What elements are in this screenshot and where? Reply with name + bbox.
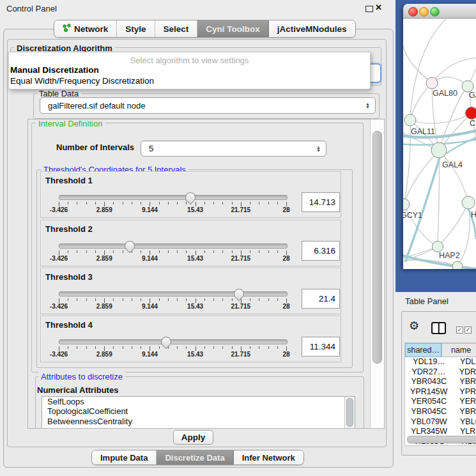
cell-name: YBR0 [452,377,476,387]
threshold-value-field[interactable]: 21.4 [302,289,340,309]
slider-tick [277,346,278,349]
number-of-intervals-combobox[interactable]: 5 ▲▼ [141,141,326,157]
network-edge[interactable] [404,120,410,204]
zoom-window-icon[interactable] [430,7,440,17]
slider-tick [250,346,250,349]
network-edge[interactable] [403,45,432,83]
threshold-label: Threshold 1 [45,176,93,185]
threshold-value-field[interactable]: 11.344 [302,337,340,357]
node-attribute-table[interactable]: shared…name YDL19…YDL1YDR27…YDR2YBR043CY… [404,342,476,446]
tab-infer-network[interactable]: Infer Network [234,450,303,464]
tab-select[interactable]: Select [155,20,198,37]
network-node[interactable] [404,114,416,126]
threshold-slider-track[interactable] [59,339,288,344]
tab-jactivemnodules[interactable]: jActiveMNodules [269,20,355,37]
cell-shared-name: YBR045C [405,407,452,417]
minimize-window-icon[interactable] [419,7,429,17]
threshold-slider-track[interactable] [59,195,288,200]
network-edge[interactable] [410,113,472,123]
algorithm-option[interactable]: Manual Discretization [10,65,99,75]
settings-scrollbar-thumb[interactable] [372,131,382,364]
table-row[interactable]: YPR145WYPR1 [405,387,476,397]
slider-tick [196,250,196,255]
table-data-combobox[interactable]: galFiltered.sif default node ▲▼ [40,97,376,114]
cell-shared-name: YER054C [405,397,452,407]
slider-tick [68,298,68,301]
slider-tick [68,346,68,349]
slider-tick [141,346,141,349]
tab-discretize-data[interactable]: Discretize Data [157,450,233,464]
slider-tick [222,298,223,301]
threshold-panel: Threshold 3-3.4262.8599.14415.4321.71528… [40,268,341,314]
tab-network[interactable]: Network [54,20,117,37]
slider-tick [95,346,96,349]
settings-scrollbar[interactable] [370,119,384,428]
algorithm-placeholder: Select algorithm to view settings [9,56,370,65]
network-edge[interactable] [447,137,476,153]
unselect-all-checkbox-icon[interactable]: ✓ [464,326,472,334]
network-node-label: GAL4 [442,160,463,169]
slider-tick [159,298,160,301]
table-row[interactable]: YBL079WYBL0 [405,417,476,427]
network-window-titlebar[interactable] [403,4,476,19]
numerical-attributes-list[interactable]: SelfLoopsTopologicalCoefficientBetweenne… [42,396,355,429]
slider-tick [177,298,178,301]
cell-shared-name: YBL079W [405,417,453,427]
slider-tick [123,298,123,301]
tab-label: Cyni Toolbox [206,24,260,34]
gear-icon[interactable]: ⚙ [409,320,419,332]
select-all-checkbox-icon[interactable]: ✓ [456,326,463,334]
network-edge[interactable] [439,150,468,203]
combo-arrows-icon: ▲▼ [365,102,370,109]
table-row[interactable]: YDL19…YDL1 [405,357,476,367]
table-row[interactable]: YBR045CYBR0 [405,407,476,417]
network-node[interactable] [433,242,443,252]
slider-tick-label: 9.144 [142,206,158,213]
float-panel-icon[interactable] [365,6,373,12]
table-column-header[interactable]: shared… [405,343,441,357]
table-row[interactable]: YER054CYER0 [405,397,476,407]
threshold-slider-thumb[interactable] [159,335,174,349]
columns-icon[interactable] [431,322,446,334]
table-hscrollbar-thumb[interactable] [407,436,476,443]
slider-tick [277,202,278,204]
settings-scrollpane: Interval Definition Number of Intervals … [27,119,385,429]
slider-tick [113,346,114,349]
network-node[interactable] [431,142,447,158]
slider-tick [222,346,223,349]
cell-name: YDL1 [453,357,476,367]
attributes-list-scrollbar[interactable] [344,397,355,428]
algorithm-option[interactable]: Equal Width/Frequency Discretization [10,76,154,86]
apply-button[interactable]: Apply [173,430,213,445]
close-window-icon[interactable] [408,7,418,17]
table-row[interactable]: YDR27…YDR2 [405,367,476,378]
threshold-value-field[interactable]: 6.316 [302,241,340,261]
number-of-intervals-label: Number of Intervals [56,142,134,152]
tab-impute-data[interactable]: Impute Data [92,450,157,464]
threshold-slider-thumb[interactable] [123,239,137,254]
network-node[interactable] [426,77,438,89]
network-edge[interactable] [438,203,468,247]
tab-cyni-toolbox[interactable]: Cyni Toolbox [197,20,269,37]
threshold-slider-track[interactable] [59,243,288,249]
attribute-list-item[interactable]: TopologicalCoefficient [42,406,355,416]
network-node[interactable] [466,107,476,119]
attribute-list-item[interactable]: BetweennessCentrality [42,417,355,426]
interval-definition-title: Interval Definition [36,119,105,128]
cell-shared-name: YPR145W [405,387,452,397]
network-canvas[interactable]: GAL80GACGAL11GAL4GCY1HHAP2 [403,18,476,269]
close-panel-icon[interactable]: ✕ [375,3,382,12]
threshold-slider-track[interactable] [59,291,288,296]
network-node[interactable] [452,261,463,269]
network-node[interactable] [462,196,475,209]
table-column-header[interactable]: name [441,343,476,357]
threshold-value-field[interactable]: 14.713 [302,192,340,212]
threshold-slider-thumb[interactable] [232,287,247,302]
network-node[interactable] [403,199,410,210]
attribute-list-item[interactable]: SelfLoops [42,397,355,406]
slider-tick-label: 9.144 [142,255,158,262]
slider-tick [204,298,205,301]
slider-tick-label: 2.859 [96,255,112,262]
tab-style[interactable]: Style [117,20,155,37]
table-row[interactable]: YBR043CYBR0 [405,377,476,387]
